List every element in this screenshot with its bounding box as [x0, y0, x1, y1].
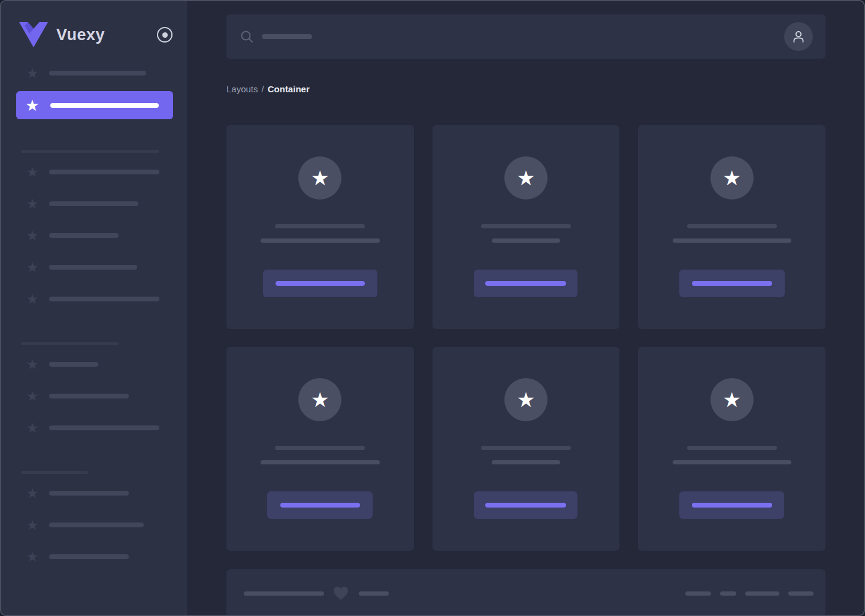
star-icon: ★ [25, 389, 40, 403]
star-icon: ★ [517, 378, 535, 421]
star-icon: ★ [722, 156, 740, 200]
star-icon: ★ [517, 156, 535, 200]
content-card: ★ [432, 125, 620, 329]
sidebar-nav: ★★★★★★★★★★★★★ [1, 48, 187, 564]
star-icon: ★ [25, 165, 40, 179]
sidebar-item[interactable]: ★ [1, 260, 187, 274]
content-card: ★ [226, 125, 414, 329]
sidebar-item[interactable]: ★ [1, 518, 187, 532]
sidebar-item[interactable]: ★ [1, 486, 187, 500]
brand-title: Vuexy [56, 26, 105, 44]
sidebar-item[interactable]: ★ [1, 66, 187, 80]
star-icon: ★ [25, 486, 40, 500]
star-icon: ★ [25, 98, 40, 113]
star-icon: ★ [25, 66, 40, 80]
sidebar: Vuexy ★★★★★★★★★★★★★ [1, 1, 187, 615]
star-icon: ★ [311, 378, 329, 421]
star-icon: ★ [25, 421, 40, 435]
nav-item-label-bar [50, 103, 159, 108]
radio-circle-icon[interactable] [157, 27, 173, 43]
footer-card [226, 569, 825, 615]
card-action-button[interactable] [474, 491, 577, 519]
card-text-bar [673, 238, 791, 243]
button-label-bar [692, 281, 772, 286]
card-avatar-circle: ★ [710, 378, 754, 421]
star-icon: ★ [25, 549, 40, 564]
card-avatar-circle: ★ [298, 378, 341, 421]
card-text-bar [492, 238, 560, 243]
content-card: ★ [638, 347, 825, 551]
user-icon [791, 29, 806, 44]
card-text-bar [481, 224, 571, 228]
sidebar-item[interactable]: ★ [1, 228, 187, 243]
main-content: Layouts / Container ★★★★★★ [187, 1, 864, 615]
card-action-button[interactable] [267, 491, 373, 519]
vuexy-logo-icon [19, 22, 48, 47]
nav-item-label-bar [49, 233, 119, 238]
card-text-bar [492, 460, 560, 464]
nav-item-label-bar [49, 170, 159, 174]
card-action-button[interactable] [679, 491, 784, 519]
star-icon: ★ [25, 197, 40, 211]
card-text-bar [481, 446, 571, 450]
star-icon: ★ [25, 228, 40, 243]
footer-links [685, 591, 813, 596]
app-window: Vuexy ★★★★★★★★★★★★★ Layouts / Container [0, 0, 865, 616]
sidebar-item[interactable]: ★ [1, 389, 187, 403]
star-icon: ★ [25, 357, 40, 372]
nav-item-label-bar [49, 71, 146, 76]
card-text-bar [673, 460, 791, 464]
footer-link-bar [685, 591, 711, 596]
footer-link-bar [720, 591, 736, 596]
sidebar-item[interactable]: ★ [1, 292, 187, 306]
footer-link-bar [788, 591, 813, 596]
star-icon: ★ [25, 292, 40, 306]
card-text-bar [261, 460, 380, 464]
star-icon: ★ [25, 260, 40, 274]
nav-item-label-bar [49, 523, 144, 527]
content-card: ★ [226, 347, 414, 551]
card-text-bar [687, 446, 777, 450]
sidebar-item[interactable]: ★ [1, 197, 187, 211]
footer-link-bar [745, 591, 779, 596]
sidebar-header: Vuexy [1, 22, 187, 48]
button-label-bar [276, 281, 365, 286]
heart-icon [333, 586, 349, 600]
card-avatar-circle: ★ [298, 156, 341, 200]
nav-item-label-bar [49, 394, 129, 398]
card-action-button[interactable] [474, 270, 577, 297]
sidebar-item[interactable]: ★ [1, 165, 187, 179]
card-action-button[interactable] [679, 270, 785, 297]
card-text-bar [275, 224, 365, 228]
nav-section-header-bar [21, 150, 159, 153]
card-grid: ★★★★★★ [226, 125, 825, 551]
nav-item-label-bar [49, 425, 159, 430]
breadcrumb-separator: / [262, 84, 264, 94]
card-text-bar [261, 238, 380, 243]
nav-item-label-bar [49, 554, 129, 559]
user-avatar[interactable] [784, 22, 813, 51]
nav-section-header-bar [21, 342, 119, 345]
sidebar-item[interactable]: ★ [1, 421, 187, 435]
search-bar[interactable] [226, 14, 825, 59]
star-icon: ★ [25, 518, 40, 532]
nav-section-header-bar [21, 471, 88, 474]
star-icon: ★ [311, 156, 329, 200]
card-action-button[interactable] [263, 270, 377, 297]
button-label-bar [692, 503, 772, 508]
content-card: ★ [638, 125, 825, 329]
breadcrumb-link-layouts[interactable]: Layouts [226, 84, 258, 94]
nav-item-label-bar [49, 491, 129, 496]
card-avatar-circle: ★ [710, 156, 754, 200]
star-icon: ★ [722, 378, 740, 421]
nav-item-label-bar [49, 201, 138, 206]
card-avatar-circle: ★ [504, 156, 548, 200]
card-text-bar [687, 224, 777, 228]
sidebar-item[interactable]: ★ [1, 549, 187, 564]
card-text-bar [275, 446, 365, 450]
nav-item-label-bar [49, 265, 137, 270]
nav-item-label-bar [49, 297, 159, 301]
sidebar-item-active[interactable]: ★ [16, 91, 173, 119]
sidebar-item[interactable]: ★ [1, 357, 187, 372]
button-label-bar [485, 503, 566, 508]
